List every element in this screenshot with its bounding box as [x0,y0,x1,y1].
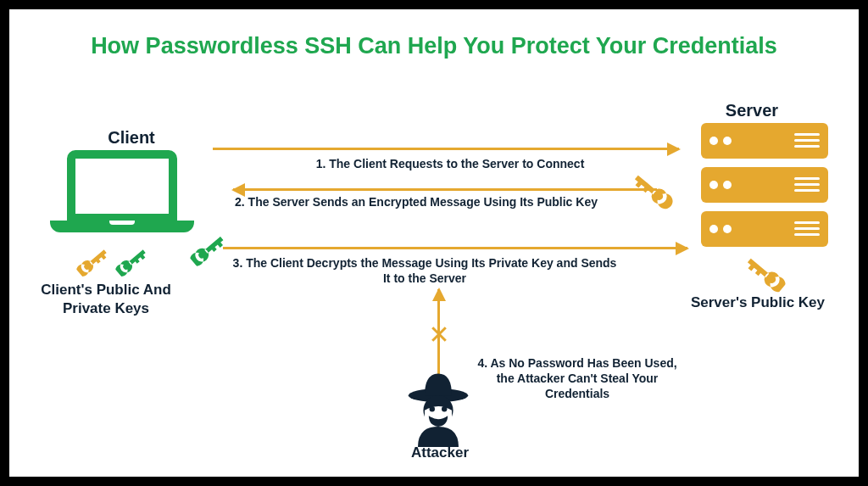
server-public-key-icon [743,264,787,284]
client-keys-label: Client's Public And Private Keys [30,281,182,318]
server-key-label: Server's Public Key [686,293,830,312]
step-3-text: 3. The Client Decrypts the Message Using… [230,255,620,286]
diagram-title: How Passwordless SSH Can Help You Protec… [9,33,859,59]
step-2-text: 2. The Server Sends an Encrypted Message… [230,194,603,209]
server-label: Server [693,101,811,120]
step-4-text: 4. As No Password Has Been Used, the Att… [476,355,679,402]
laptop-icon [50,150,194,232]
server-unit-icon [701,123,828,159]
arrow-step-2 [233,188,657,191]
attacker-label: Attacker [389,444,491,461]
step-1-text: 1. The Client Requests to the Server to … [264,157,637,170]
svg-point-3 [442,406,447,411]
server-key-on-arrow-icon [628,181,677,201]
arrow-step-1 [213,148,679,150]
attacker-icon [404,372,472,447]
svg-point-2 [430,406,435,411]
client-key-on-arrow-icon [189,240,226,260]
diagram-frame: How Passwordless SSH Can Help You Protec… [7,7,861,479]
server-unit-icon [701,211,828,247]
client-label: Client [81,128,182,148]
arrow-step-3 [223,247,687,249]
server-unit-icon [701,167,828,203]
client-public-key-icon [75,252,109,272]
client-private-key-icon [114,252,148,272]
blocked-x-icon [430,325,448,344]
server-stack-icon [701,123,828,255]
